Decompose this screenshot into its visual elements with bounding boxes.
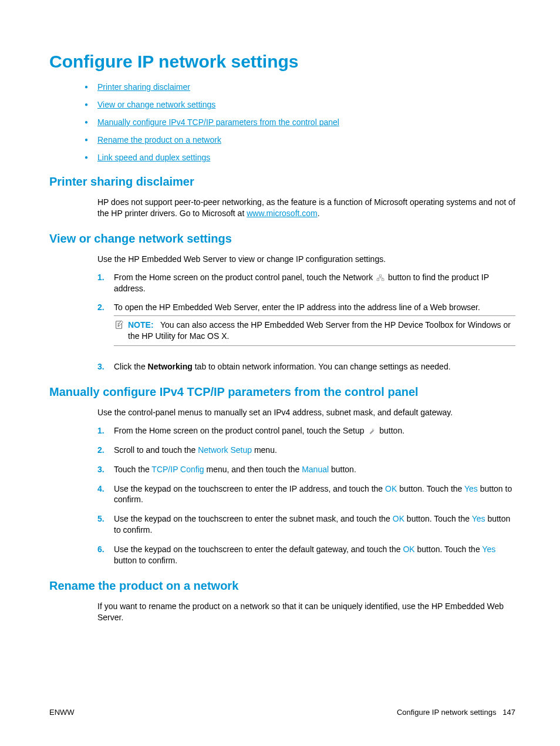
svg-rect-1	[377, 279, 379, 281]
list-item: 1. From the Home screen on the product c…	[97, 272, 515, 294]
step-number: 2.	[97, 445, 114, 456]
paragraph: If you want to rename the product on a n…	[97, 601, 515, 623]
step-number: 1.	[97, 425, 114, 436]
step-number: 3.	[97, 361, 114, 372]
note-label: NOTE:	[128, 320, 154, 330]
page-title: Configure IP network settings	[49, 52, 515, 72]
step-number: 2.	[97, 302, 114, 353]
list-item: 3. Click the Networking tab to obtain ne…	[97, 361, 515, 372]
list-item: 2. Scroll to and touch the Network Setup…	[97, 445, 515, 456]
step-number: 6.	[97, 544, 114, 566]
network-icon	[376, 274, 384, 281]
footer-right: Configure IP network settings 147	[397, 708, 515, 717]
toc-link[interactable]: Link speed and duplex settings	[97, 153, 210, 162]
step-number: 4.	[97, 483, 114, 506]
svg-rect-2	[382, 279, 384, 281]
step-number: 5.	[97, 513, 114, 536]
section-heading: Printer sharing disclaimer	[49, 175, 515, 189]
section-heading: Manually configure IPv4 TCP/IP parameter…	[49, 385, 515, 399]
toc-link[interactable]: Rename the product on a network	[97, 135, 221, 145]
page-footer: ENWW Configure IP network settings 147	[49, 708, 515, 717]
list-item: 2. To open the HP Embedded Web Server, e…	[97, 302, 515, 353]
toc-link[interactable]: Printer sharing disclaimer	[97, 82, 190, 92]
section-heading: Rename the product on a network	[49, 579, 515, 593]
note-box: NOTE: You can also access the HP Embedde…	[114, 315, 515, 346]
wrench-icon	[367, 428, 376, 435]
section-heading: View or change network settings	[49, 232, 515, 246]
list-item: 3. Touch the TCP/IP Config menu, and the…	[97, 464, 515, 475]
list-item: 5. Use the keypad on the touchscreen to …	[97, 513, 515, 536]
ordered-list: 1. From the Home screen on the product c…	[97, 272, 515, 372]
note-icon	[114, 320, 124, 330]
toc-list: Printer sharing disclaimer View or chang…	[97, 82, 515, 162]
svg-rect-0	[379, 275, 381, 277]
toc-link[interactable]: Manually configure IPv4 TCP/IP parameter…	[97, 117, 339, 127]
list-item: 6. Use the keypad on the touchscreen to …	[97, 544, 515, 566]
ordered-list: 1. From the Home screen on the product c…	[97, 425, 515, 566]
step-number: 3.	[97, 464, 114, 475]
list-item: 4. Use the keypad on the touchscreen to …	[97, 483, 515, 506]
toc-link[interactable]: View or change network settings	[97, 100, 215, 109]
list-item: 1. From the Home screen on the product c…	[97, 425, 515, 436]
paragraph: Use the control-panel menus to manually …	[97, 407, 515, 418]
footer-left: ENWW	[49, 708, 75, 717]
step-number: 1.	[97, 272, 114, 294]
paragraph: Use the HP Embedded Web Server to view o…	[97, 254, 515, 265]
paragraph: HP does not support peer-to-peer network…	[97, 197, 515, 219]
microsoft-link[interactable]: www.microsoft.com	[247, 209, 318, 218]
